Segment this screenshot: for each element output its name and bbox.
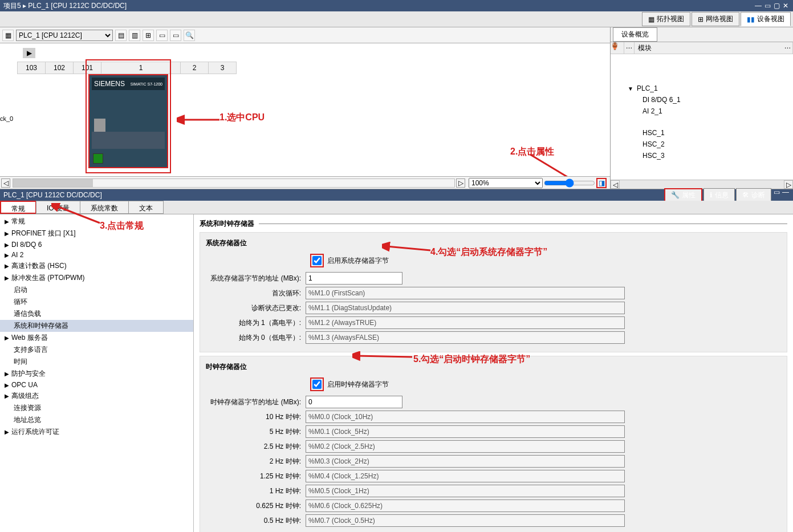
- scroll-left-icon[interactable]: ◁: [1, 178, 10, 188]
- tab-diagnostics[interactable]: 🛠诊断: [736, 188, 771, 202]
- rack-statusbar: ◁ ▷ 100% ◨: [0, 176, 610, 189]
- rack-slots: 103 102 101 1 2 3: [17, 62, 236, 74]
- collapse-icon[interactable]: ▭: [772, 188, 780, 202]
- zoom-select[interactable]: 100%: [469, 178, 543, 188]
- sysmem-addr-input[interactable]: [306, 272, 402, 285]
- zoom-slider[interactable]: [544, 178, 595, 188]
- restore-icon[interactable]: ▭: [763, 2, 771, 10]
- device-selector[interactable]: PLC_1 [CPU 1212C]: [16, 30, 113, 41]
- nav-item-2[interactable]: ▶DI 8/DQ 6: [0, 239, 193, 250]
- tab-topology[interactable]: ▦拓扑视图: [642, 12, 690, 26]
- nav-item-11[interactable]: 支持多语言: [0, 344, 193, 356]
- tree-row-di[interactable]: DI 8/DQ 6_1: [611, 94, 793, 105]
- nav-item-1[interactable]: ▶PROFINET 接口 [X1]: [0, 228, 193, 239]
- clk125hz-field: [306, 470, 625, 482]
- tree-col-icon: 🏺: [611, 42, 624, 54]
- tool-2-icon[interactable]: ▥: [129, 30, 140, 41]
- sysmem-enable-label: 启用系统存储器字节: [327, 256, 389, 266]
- nav-item-0[interactable]: ▶常规: [0, 216, 193, 228]
- module-tree[interactable]: 🏺 … 模块 … ▼PLC_1 DI 8/DQ 6_1 AI 2_1 HSC_1…: [611, 42, 793, 180]
- tab-iovars[interactable]: IO 变量: [36, 201, 80, 214]
- ov-scroll-left[interactable]: ◁: [611, 180, 620, 189]
- inspector-title: PLC_1 [CPU 1212C DC/DC/DC] 🔧属性 ℹ信息 🛠诊断 ▭…: [0, 189, 793, 201]
- clk5hz-field: [306, 425, 625, 438]
- slot-2[interactable]: 2: [180, 62, 209, 74]
- section-title: 系统和时钟存储器: [200, 219, 787, 229]
- firstscan-field: [306, 287, 625, 299]
- clk05hz-field: [306, 514, 625, 527]
- nav-item-10[interactable]: ▶Web 服务器: [0, 332, 193, 344]
- nav-item-16[interactable]: 连接资源: [0, 402, 193, 414]
- tool-1-icon[interactable]: ▤: [115, 30, 127, 41]
- tab-general[interactable]: 常规: [0, 201, 36, 214]
- slot-102[interactable]: 102: [45, 62, 74, 74]
- nav-item-4[interactable]: ▶高速计数器 (HSC): [0, 260, 193, 272]
- minimize-icon[interactable]: —: [754, 2, 762, 10]
- slot-1[interactable]: 1: [101, 62, 181, 74]
- nav-item-7[interactable]: 循环: [0, 296, 193, 308]
- rack-canvas[interactable]: ▶ 103 102 101 1 2 3 ck_0 SIEMENSSIMATIC …: [0, 43, 610, 176]
- nav-item-9[interactable]: 系统和时钟存储器: [0, 320, 193, 332]
- wrench-icon: 🔧: [671, 191, 680, 199]
- tree-header: 🏺 … 模块 …: [611, 42, 793, 54]
- close-icon[interactable]: ✕: [782, 2, 790, 10]
- tree-row-plc[interactable]: ▼PLC_1: [611, 83, 793, 94]
- tree-row-hsc1[interactable]: HSC_1: [611, 127, 793, 139]
- tree-row-hsc3[interactable]: HSC_3: [611, 150, 793, 161]
- clkmem-addr-input[interactable]: [306, 396, 402, 408]
- nav-item-15[interactable]: ▶高级组态: [0, 390, 193, 402]
- diag-icon: 🛠: [742, 191, 749, 199]
- rack-handle[interactable]: ▶: [23, 48, 35, 58]
- nav-item-14[interactable]: ▶OPC UA: [0, 380, 193, 390]
- nav-item-3[interactable]: ▶AI 2: [0, 250, 193, 260]
- device-icon: ▮▮: [747, 15, 755, 23]
- tab-sysconst[interactable]: 系统常数: [80, 201, 129, 214]
- tab-info[interactable]: ℹ信息: [703, 188, 735, 202]
- device-toolbar: ▦ PLC_1 [CPU 1212C] ▤ ▥ ⊞ ▭ ▭ 🔍: [0, 27, 610, 43]
- alwaysfalse-field: [306, 331, 625, 344]
- sysmem-enable-checkbox[interactable]: [312, 256, 322, 265]
- tab-text[interactable]: 文本: [128, 201, 164, 214]
- note-2: 2.点击属性: [510, 146, 554, 158]
- tool-3-icon[interactable]: ⊞: [143, 30, 154, 41]
- clkmem-section: 时钟存储器位 启用时钟存储器字节 时钟存储器字节的地址 (MBx): 10 Hz…: [200, 356, 787, 532]
- nav-tree[interactable]: ▶常规▶PROFINET 接口 [X1]▶DI 8/DQ 6▶AI 2▶高速计数…: [0, 214, 194, 532]
- tab-network[interactable]: ⊞网络视图: [692, 12, 739, 26]
- nav-item-5[interactable]: ▶脉冲发生器 (PTO/PWM): [0, 272, 193, 284]
- form-area: 系统和时钟存储器 系统存储器位 启用系统存储器字节 系统存储器字节的地址 (MB…: [194, 214, 793, 532]
- scroll-right-icon[interactable]: ▷: [456, 178, 465, 188]
- zoom-icon[interactable]: 🔍: [184, 30, 195, 41]
- hscrollbar[interactable]: [13, 178, 455, 188]
- nav-item-8[interactable]: 通信负载: [0, 308, 193, 320]
- nav-item-18[interactable]: ▶运行系统许可证: [0, 426, 193, 438]
- tree-row-hsc2[interactable]: HSC_2: [611, 139, 793, 150]
- sysmem-section: 系统存储器位 启用系统存储器字节 系统存储器字节的地址 (MBx): 首次循环:…: [200, 232, 787, 352]
- device-nav-icon[interactable]: ▦: [2, 30, 14, 41]
- tool-5-icon[interactable]: ▭: [170, 30, 181, 41]
- rack-label: ck_0: [0, 115, 13, 122]
- clk1hz-field: [306, 485, 625, 497]
- slot-3[interactable]: 3: [208, 62, 237, 74]
- cpu-module[interactable]: SIEMENSSIMATIC S7-1200: [88, 74, 168, 168]
- network-icon: ⊞: [698, 15, 703, 23]
- slot-103[interactable]: 103: [17, 62, 46, 74]
- tree-row-ai[interactable]: AI 2_1: [611, 105, 793, 117]
- nav-item-12[interactable]: 时间: [0, 356, 193, 368]
- tool-4-icon[interactable]: ▭: [156, 30, 168, 41]
- minimize-panel-icon[interactable]: —: [782, 188, 790, 202]
- slot-101[interactable]: 101: [73, 62, 101, 74]
- clkmem-title: 时钟存储器位: [206, 362, 781, 372]
- tab-overview[interactable]: 设备概览: [613, 27, 657, 42]
- overview-panel: 设备概览 🏺 … 模块 … ▼PLC_1 DI 8/DQ 6_1 AI 2_1 …: [611, 27, 793, 189]
- info-icon: ℹ: [710, 191, 713, 199]
- view-tabs: ▦拓扑视图 ⊞网络视图 ▮▮设备视图: [0, 11, 793, 27]
- clkmem-enable-checkbox[interactable]: [312, 380, 322, 389]
- tab-properties[interactable]: 🔧属性: [664, 188, 702, 202]
- maximize-icon[interactable]: ▢: [772, 2, 780, 10]
- nav-item-17[interactable]: 地址总览: [0, 414, 193, 426]
- nav-item-13[interactable]: ▶防护与安全: [0, 368, 193, 380]
- tab-device[interactable]: ▮▮设备视图: [741, 12, 791, 26]
- clk2hz-field: [306, 455, 625, 468]
- expand-panel-icon[interactable]: ◨: [596, 178, 607, 188]
- nav-item-6[interactable]: 启动: [0, 284, 193, 296]
